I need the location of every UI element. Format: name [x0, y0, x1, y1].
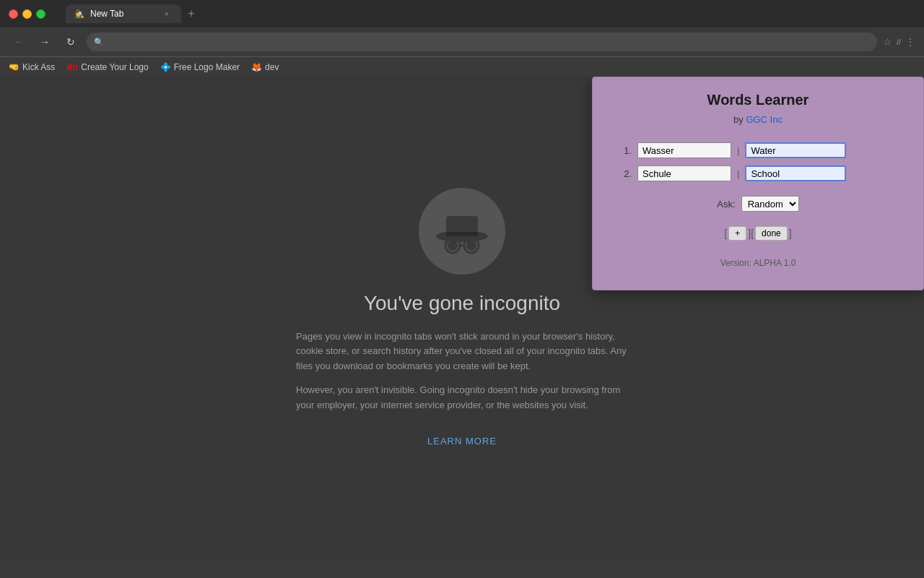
add-button[interactable]: +	[728, 226, 746, 241]
close-button[interactable]	[9, 9, 18, 19]
action-row: [ + ] [ done ]	[614, 226, 902, 241]
star-icon[interactable]: ☆	[883, 36, 892, 48]
forward-icon: →	[40, 36, 50, 48]
ask-row: Ask: Random In Order Reverse	[614, 196, 902, 212]
menu-icon[interactable]: ⋮	[905, 36, 915, 48]
words-learner-popup: Words Learner by GGC Inc 1. | 2. | Ask:	[592, 77, 924, 290]
bookmark-label: Create Your Logo	[81, 62, 148, 72]
incognito-para1: Pages you view in incognito tabs won't s…	[296, 329, 628, 374]
svg-rect-2	[446, 232, 478, 236]
forward-button[interactable]: →	[35, 32, 55, 52]
bookmark-dev[interactable]: 🦊 dev	[251, 62, 279, 72]
ask-select[interactable]: Random In Order Reverse	[741, 196, 799, 212]
popup-byline: by GGC Inc	[614, 114, 902, 125]
search-icon: 🔍	[94, 38, 104, 47]
minimize-button[interactable]	[22, 9, 32, 19]
incognito-avatar	[419, 188, 505, 275]
tab-close-icon[interactable]: ×	[161, 8, 173, 20]
page-content: You've gone incognito Pages you view in …	[0, 77, 924, 558]
url-input[interactable]	[108, 37, 870, 47]
address-bar[interactable]: 🔍	[87, 33, 877, 51]
traffic-lights	[9, 9, 45, 19]
incognito-content: You've gone incognito Pages you view in …	[282, 173, 642, 462]
word-original-2[interactable]	[637, 165, 731, 181]
title-bar: 🕵️ New Tab × +	[0, 0, 924, 27]
dev-icon: 🦊	[251, 62, 262, 72]
toolbar: ← → ↻ 🔍 ☆ // ⋮	[0, 27, 924, 56]
popup-version: Version: ALPHA 1.0	[614, 258, 902, 268]
refresh-icon: ↻	[66, 36, 75, 48]
done-button[interactable]: done	[755, 226, 788, 241]
back-icon: ←	[14, 36, 24, 48]
bookmark-label: Kick Ass	[22, 62, 55, 72]
bookmarks-bar: 🤜 Kick Ass dn Create Your Logo 💠 Free Lo…	[0, 56, 924, 77]
bookmark-create-logo[interactable]: dn Create Your Logo	[66, 61, 148, 72]
incognito-title: You've gone incognito	[364, 292, 560, 315]
right-bracket: ]	[789, 228, 792, 239]
word-translation-1[interactable]	[745, 142, 846, 158]
extensions-icon[interactable]: //	[897, 38, 901, 46]
active-tab[interactable]: 🕵️ New Tab ×	[66, 4, 181, 23]
word-pair-2: 2. |	[614, 165, 902, 181]
new-tab-button[interactable]: +	[181, 4, 201, 23]
word-number-2: 2.	[614, 168, 632, 179]
bookmark-free-logo[interactable]: 💠 Free Logo Maker	[160, 62, 240, 72]
sep-bracket: [	[751, 228, 754, 239]
toolbar-actions: ☆ // ⋮	[883, 36, 915, 48]
bookmark-label: dev	[265, 62, 279, 72]
popup-title: Words Learner	[614, 92, 902, 108]
free-logo-icon: 💠	[160, 62, 171, 72]
tab-title: New Tab	[90, 9, 123, 19]
bookmark-label: Free Logo Maker	[174, 62, 240, 72]
word-pairs: 1. | 2. |	[614, 142, 902, 181]
refresh-button[interactable]: ↻	[61, 32, 81, 52]
svg-point-5	[448, 241, 458, 251]
learn-more-link[interactable]: LEARN MORE	[427, 436, 497, 447]
word-original-1[interactable]	[637, 142, 731, 158]
word-number-1: 1.	[614, 145, 632, 156]
word-translation-2[interactable]	[745, 165, 846, 181]
left-bracket: [	[724, 228, 727, 239]
word-pair-1: 1. |	[614, 142, 902, 158]
back-button[interactable]: ←	[9, 32, 29, 52]
ask-label: Ask:	[717, 199, 735, 210]
svg-point-6	[466, 241, 476, 251]
ggc-link[interactable]: GGC Inc	[746, 114, 783, 125]
bookmark-kick-ass[interactable]: 🤜 Kick Ass	[9, 62, 55, 72]
maximize-button[interactable]	[36, 9, 45, 19]
kick-ass-icon: 🤜	[9, 62, 19, 72]
create-logo-icon: dn	[66, 61, 78, 72]
incognito-para2: However, you aren't invisible. Going inc…	[296, 383, 628, 413]
